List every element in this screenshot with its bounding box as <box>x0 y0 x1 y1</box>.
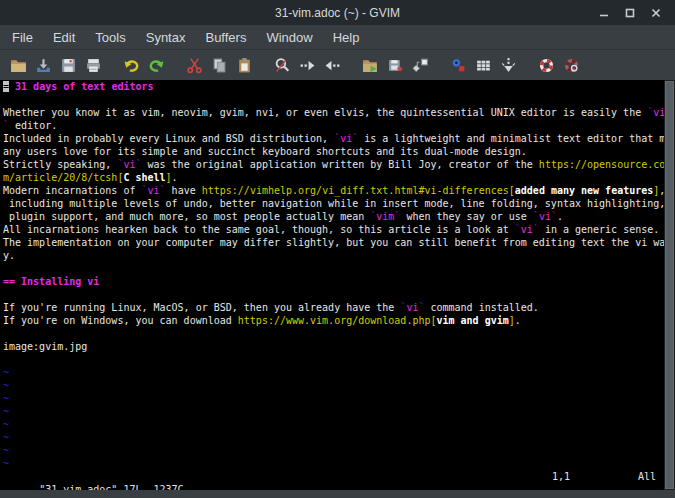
editor-row: Whether you know it as vim, neovim, gvim… <box>0 106 664 119</box>
text-area[interactable]: = 31 days of text editorsWhether you kno… <box>0 80 664 490</box>
empty-line-tilde: ~ <box>0 392 664 405</box>
text-segment: C shell <box>123 172 165 183</box>
text-segment: https://opensource.co <box>539 159 664 170</box>
text-segment: in a generic sense. <box>539 224 659 235</box>
cursor-position: 1,1 <box>552 470 570 483</box>
paste-icon[interactable] <box>232 54 257 78</box>
scrollbar-thumb[interactable] <box>665 81 674 489</box>
save-all-icon[interactable] <box>56 54 81 78</box>
text-segment: was the original application written by … <box>142 159 539 170</box>
undo-icon[interactable] <box>119 54 144 78</box>
text-segment: editor. <box>9 120 57 131</box>
close-icon[interactable] <box>643 3 669 23</box>
editor-row: plugin support, and much more, so most p… <box>0 210 664 223</box>
window-controls <box>591 0 669 25</box>
help-icon[interactable] <box>534 54 559 78</box>
text-segment: vi <box>539 211 551 222</box>
menu-bar: FileEditToolsSyntaxBuffersWindowHelp <box>0 25 675 49</box>
toolbar <box>0 49 675 81</box>
tilde-marker: ~ <box>3 406 9 417</box>
menu-window[interactable]: Window <box>258 30 324 45</box>
jump-tag-icon[interactable] <box>496 54 521 78</box>
make-icon[interactable] <box>446 54 471 78</box>
buffer-rows: = 31 days of text editorsWhether you kno… <box>0 80 664 470</box>
text-segment: have <box>166 185 202 196</box>
window-title: 31-vim.adoc (~) - GVIM <box>275 6 400 20</box>
text-segment: . <box>172 172 178 183</box>
text-segment: vi <box>653 107 664 118</box>
build-tags-icon[interactable] <box>471 54 496 78</box>
menu-buffers[interactable]: Buffers <box>197 30 258 45</box>
open-icon[interactable] <box>6 54 31 78</box>
save-session-icon[interactable] <box>383 54 408 78</box>
text-segment: If you're running Linux, MacOS, or BSD, … <box>3 302 400 313</box>
empty-line-tilde: ~ <box>0 457 664 470</box>
text-segment: vi <box>148 185 160 196</box>
find-next-icon[interactable] <box>295 54 320 78</box>
editor-row: All incarnations hearken back to the sam… <box>0 223 664 236</box>
editor-row: including multiple levels of undo, bette… <box>0 197 664 210</box>
toolbar-separator <box>433 54 446 78</box>
menu-help[interactable]: Help <box>325 30 372 45</box>
toolbar-separator <box>521 54 534 78</box>
minimize-icon[interactable] <box>591 3 617 23</box>
text-segment: . <box>515 315 521 326</box>
text-segment: any users love for its simple and succin… <box>3 146 527 157</box>
editor-row: If you're running Linux, MacOS, or BSD, … <box>0 301 664 314</box>
save-icon[interactable] <box>31 54 56 78</box>
toolbar-separator <box>257 54 270 78</box>
text-segment: vi <box>123 159 135 170</box>
find-replace-icon[interactable] <box>270 54 295 78</box>
toolbar-separator <box>106 54 119 78</box>
editor-row: = 31 days of text editors <box>0 80 664 93</box>
editor-row: any users love for its simple and succin… <box>0 145 664 158</box>
run-script-icon[interactable] <box>408 54 433 78</box>
cut-icon[interactable] <box>182 54 207 78</box>
editor-row: The implementation on your computer may … <box>0 236 664 249</box>
text-segment: All incarnations hearken back to the sam… <box>3 224 515 235</box>
maximize-icon[interactable] <box>617 3 643 23</box>
toolbar-separator <box>169 54 182 78</box>
text-segment: added many new features <box>515 185 653 196</box>
gvim-window: 31-vim.adoc (~) - GVIM FileEditToolsSynt… <box>0 0 675 498</box>
text-segment: m/article/20/8/tcsh[ <box>3 172 123 183</box>
text-segment: 31 days of text editors <box>9 81 154 92</box>
help-find-icon[interactable] <box>559 54 584 78</box>
menu-syntax[interactable]: Syntax <box>138 30 198 45</box>
menu-edit[interactable]: Edit <box>45 30 87 45</box>
empty-line-tilde: ~ <box>0 444 664 457</box>
title-bar[interactable]: 31-vim.adoc (~) - GVIM <box>0 0 675 25</box>
text-segment: when they say or use <box>400 211 532 222</box>
print-icon[interactable] <box>81 54 106 78</box>
editor-row: Strictly speaking, `vi` was the original… <box>0 158 664 171</box>
tilde-marker: ~ <box>3 419 9 430</box>
menu-file[interactable]: File <box>4 30 45 45</box>
window-bottom-edge <box>0 490 675 498</box>
text-segment: Strictly speaking, <box>3 159 117 170</box>
text-segment: vim <box>376 211 394 222</box>
text-segment: including multiple levels of undo, bette… <box>3 198 664 209</box>
redo-icon[interactable] <box>144 54 169 78</box>
empty-line-tilde: ~ <box>0 366 664 379</box>
editor-row: ` editor. <box>0 119 664 132</box>
tilde-marker: ~ <box>3 432 9 443</box>
vertical-scrollbar[interactable] <box>664 80 675 490</box>
editor-row <box>0 262 664 275</box>
editor-row <box>0 327 664 340</box>
editor-row: If you're on Windows, you can download h… <box>0 314 664 327</box>
editor-row: y. <box>0 249 664 262</box>
tilde-marker: ~ <box>3 367 9 378</box>
text-segment: y. <box>3 250 15 261</box>
text-segment: https://vimhelp.org/vi_diff.txt.html#vi-… <box>202 185 515 196</box>
editor-row: == Installing vi <box>0 275 664 288</box>
text-segment: vi <box>340 133 352 144</box>
find-prev-icon[interactable] <box>320 54 345 78</box>
empty-line-tilde: ~ <box>0 418 664 431</box>
editor-row <box>0 288 664 301</box>
copy-icon[interactable] <box>207 54 232 78</box>
menu-tools[interactable]: Tools <box>87 30 137 45</box>
text-segment: . <box>557 211 563 222</box>
load-session-icon[interactable] <box>358 54 383 78</box>
empty-line-tilde: ~ <box>0 379 664 392</box>
text-segment: vi <box>406 302 418 313</box>
